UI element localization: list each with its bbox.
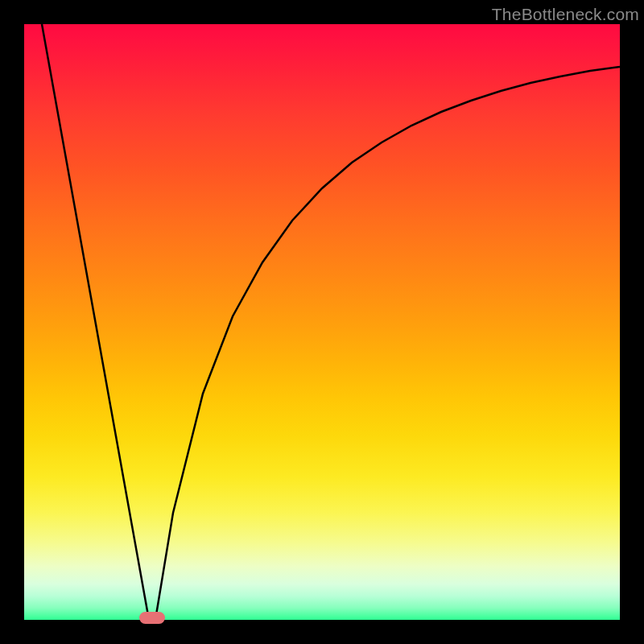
chart-frame: TheBottleneck.com bbox=[0, 0, 644, 644]
watermark-text: TheBottleneck.com bbox=[492, 5, 639, 24]
chart-series-left-branch bbox=[42, 24, 149, 620]
chart-line-layer bbox=[24, 24, 620, 620]
chart-series-right-branch bbox=[155, 67, 620, 620]
chart-minimum-marker bbox=[139, 612, 165, 624]
